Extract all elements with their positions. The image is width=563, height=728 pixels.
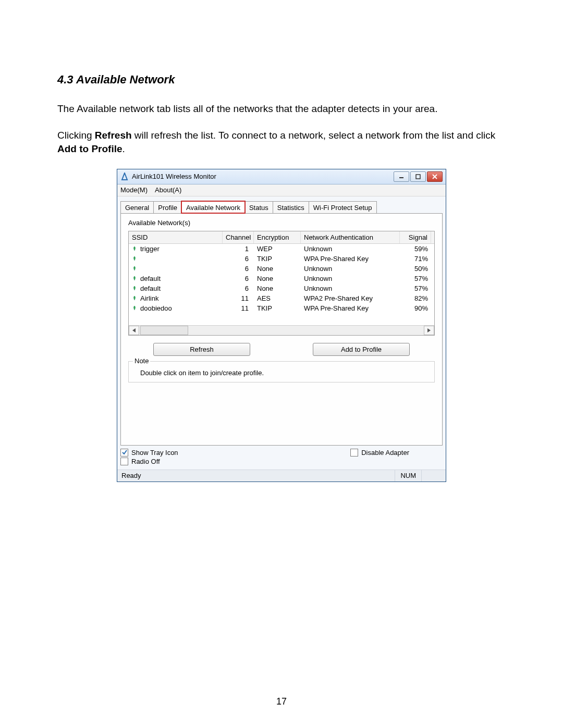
cell-channel: 11 [223,293,254,303]
scroll-right-button[interactable] [424,326,434,335]
cell-channel: 6 [223,254,254,264]
cell-ssid: default [140,285,161,292]
bold-refresh: Refresh [95,130,132,141]
show-tray-icon-checkbox[interactable]: Show Tray Icon [120,449,178,456]
cell-channel: 6 [223,283,254,293]
svg-marker-4 [132,328,136,332]
cell-channel: 11 [223,303,254,313]
table-row[interactable]: default6NoneUnknown57% [129,283,434,293]
cell-auth: Unknown [301,274,400,283]
cell-signal: 82% [400,293,431,303]
table-row[interactable]: trigger1WEPUnknown59% [129,244,434,254]
checkbox-label: Radio Off [131,458,160,465]
signal-icon [132,304,138,312]
cell-channel: 1 [223,244,254,254]
tab-wifi-protect-setup[interactable]: Wi-Fi Protect Setup [309,201,377,213]
signal-icon [132,265,138,273]
cell-encryption: WEP [254,244,301,254]
table-row[interactable]: Airlink11AESWPA2 Pre-Shared Key82% [129,293,434,303]
note-label: Note [133,357,150,365]
menu-about[interactable]: About(A) [155,186,181,194]
cell-channel: 6 [223,264,254,274]
page-number: 17 [0,696,563,707]
options-row-2: Radio Off [120,458,443,465]
column-header-auth[interactable]: Network Authentication [301,231,400,243]
checkbox-icon [350,449,358,456]
cell-ssid: doobiedoo [140,304,172,312]
cell-auth: Unknown [301,244,400,254]
section-heading: 4.3 Available Network [57,73,506,87]
tab-available-network[interactable]: Available Network [181,201,245,213]
checkbox-icon [120,458,128,465]
checkbox-label: Show Tray Icon [131,449,178,456]
signal-icon [132,294,138,302]
signal-icon [132,255,138,263]
horizontal-scrollbar[interactable] [129,325,434,335]
cell-encryption: None [254,274,301,283]
cell-channel: 6 [223,274,254,283]
group-label-available-networks: Available Network(s) [128,219,435,227]
disable-adapter-checkbox[interactable]: Disable Adapter [350,449,409,456]
scroll-left-button[interactable] [129,326,139,335]
cell-encryption: TKIP [254,254,301,264]
column-header-encryption[interactable]: Encryption [254,231,301,243]
radio-off-checkbox[interactable]: Radio Off [120,458,160,465]
maximize-button[interactable] [410,171,426,182]
tab-row: General Profile Available Network Status… [120,200,443,213]
window-titlebar[interactable]: AirLink101 Wireless Monitor [117,169,446,184]
svg-marker-5 [427,328,431,332]
table-row[interactable]: doobiedoo11TKIPWPA Pre-Shared Key90% [129,303,434,313]
note-frame: Note Double click on item to join/create… [128,361,435,382]
refresh-button[interactable]: Refresh [153,343,250,356]
cell-signal: 50% [400,264,431,274]
note-body: Double click on item to join/create prof… [134,369,429,377]
status-ready: Ready [121,472,141,479]
cell-signal: 57% [400,274,431,283]
table-row[interactable]: default6NoneUnknown57% [129,274,434,283]
list-rows: trigger1WEPUnknown59%6TKIPWPA Pre-Shared… [129,244,434,325]
table-row[interactable]: 6TKIPWPA Pre-Shared Key71% [129,254,434,264]
list-header[interactable]: SSID Channel Encryption Network Authenti… [129,231,434,244]
status-bar: Ready NUM [117,470,446,482]
bold-add-to-profile: Add to Profile [57,143,123,154]
menu-bar: Mode(M) About(A) [117,184,446,196]
column-header-signal[interactable]: Signal [400,231,431,243]
options-row: Show Tray Icon Disable Adapter [120,449,443,456]
cell-auth: Unknown [301,283,400,293]
text: will refresh the list. To connect to a n… [132,130,496,141]
menu-mode[interactable]: Mode(M) [120,186,148,194]
cell-signal: 59% [400,244,431,254]
minimize-button[interactable] [394,171,409,182]
app-logo-icon [120,172,129,181]
cell-auth: Unknown [301,264,400,274]
paragraph-2: Clicking Refresh will refresh the list. … [57,129,506,156]
column-header-channel[interactable]: Channel [223,231,254,243]
tab-statistics[interactable]: Statistics [273,201,309,213]
network-list[interactable]: SSID Channel Encryption Network Authenti… [128,231,435,336]
tab-profile[interactable]: Profile [153,201,182,213]
tab-status[interactable]: Status [244,201,273,213]
add-to-profile-button[interactable]: Add to Profile [313,343,410,356]
cell-signal: 90% [400,303,431,313]
cell-ssid: Airlink [140,294,158,302]
paragraph-1: The Available network tab lists all of t… [57,102,506,116]
window-title: AirLink101 Wireless Monitor [132,172,394,180]
cell-encryption: AES [254,293,301,303]
table-row[interactable]: 6NoneUnknown50% [129,264,434,274]
close-button[interactable] [427,171,443,182]
text: Clicking [57,130,95,141]
status-num: NUM [395,470,421,482]
scroll-thumb[interactable] [140,326,188,335]
cell-signal: 71% [400,254,431,264]
tab-general[interactable]: General [120,201,154,213]
text: . [123,143,125,154]
signal-icon [132,275,138,282]
cell-auth: WPA Pre-Shared Key [301,303,400,313]
signal-icon [132,245,138,253]
cell-auth: WPA Pre-Shared Key [301,254,400,264]
checkbox-icon [120,449,128,456]
checkbox-label: Disable Adapter [361,449,409,456]
button-row: Refresh Add to Profile [128,343,435,356]
column-header-ssid[interactable]: SSID [129,231,223,243]
cell-ssid: trigger [140,245,160,253]
